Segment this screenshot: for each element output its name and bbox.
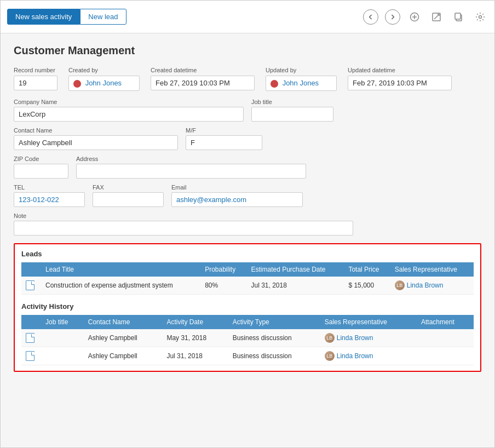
zip-address-row: ZIP Code Address xyxy=(14,156,481,179)
activity-row2-contact-name: Ashley Campbell xyxy=(84,347,163,365)
zip-label: ZIP Code xyxy=(14,156,68,162)
updated-by-label: Updated by xyxy=(266,67,337,73)
note-input[interactable] xyxy=(14,221,353,236)
email-input[interactable] xyxy=(171,192,303,207)
activity-row2-type: Business discussion xyxy=(228,347,320,365)
prev-button[interactable] xyxy=(363,9,378,25)
record-number-field: Record number 19 xyxy=(14,67,57,91)
activity-table-body: Ashley Campbell May 31, 2018 Business di… xyxy=(21,329,474,365)
updated-by-avatar xyxy=(270,80,278,88)
zip-input[interactable] xyxy=(14,164,68,179)
new-lead-button[interactable]: New lead xyxy=(80,9,126,25)
company-name-input[interactable] xyxy=(14,107,244,122)
add-button[interactable] xyxy=(407,9,422,25)
address-input[interactable] xyxy=(76,164,306,179)
fax-group: FAX xyxy=(93,184,164,207)
edit-button[interactable] xyxy=(429,9,444,25)
created-by-value[interactable]: John Jones xyxy=(68,76,140,91)
activity-row1-sales-rep-link[interactable]: LB Linda Brown xyxy=(325,333,412,343)
mf-input[interactable] xyxy=(186,135,262,150)
app-window: New sales activity New lead xyxy=(0,0,495,448)
leads-table: Lead Title Probability Estimated Purchas… xyxy=(21,262,474,295)
meta-row: Record number 19 Created by John Jones C… xyxy=(14,67,481,91)
svg-point-7 xyxy=(479,15,482,18)
company-jobtitle-row: Company Name Job title xyxy=(14,99,481,122)
job-title-group: Job title xyxy=(251,99,333,122)
activity-col-icon xyxy=(21,315,41,329)
activity-row2-avatar: LB xyxy=(325,351,335,361)
mf-label: M/F xyxy=(186,127,262,134)
updated-datetime-value: Feb 27, 2019 10:03 PM xyxy=(348,76,452,90)
created-by-name[interactable]: John Jones xyxy=(85,79,122,87)
activity-col-activity-type: Activity Type xyxy=(228,315,320,329)
activity-row1-rep-name[interactable]: Linda Brown xyxy=(337,334,373,342)
leads-row-title: Construction of expense adjustment syste… xyxy=(41,277,200,295)
toolbar-actions: New sales activity New lead xyxy=(7,9,126,25)
tel-input[interactable] xyxy=(14,192,85,207)
toolbar: New sales activity New lead xyxy=(1,1,494,33)
contact-name-group: Contact Name xyxy=(14,127,178,150)
updated-by-field: Updated by John Jones xyxy=(266,67,337,91)
document-icon xyxy=(26,351,34,361)
created-by-avatar xyxy=(73,80,81,88)
activity-col-sales-rep: Sales Representative xyxy=(320,315,417,329)
leads-col-sales-rep: Sales Representative xyxy=(390,262,474,277)
leads-table-body: Construction of expense adjustment syste… xyxy=(21,277,474,295)
note-label: Note xyxy=(14,212,353,219)
document-icon xyxy=(26,333,34,343)
page-title: Customer Management xyxy=(14,44,481,57)
contact-name-input[interactable] xyxy=(14,135,178,150)
leads-table-row: Construction of expense adjustment syste… xyxy=(21,277,474,295)
fax-input[interactable] xyxy=(93,192,164,207)
copy-button[interactable] xyxy=(451,9,466,25)
activity-row2-sales-rep-link[interactable]: LB Linda Brown xyxy=(325,351,412,361)
job-title-label: Job title xyxy=(251,99,333,105)
main-content: Customer Management Record number 19 Cre… xyxy=(1,33,494,383)
activity-row2-date: Jul 31, 2018 xyxy=(162,347,228,365)
leads-row-total-price: $ 15,000 xyxy=(344,277,390,295)
leads-sales-rep-link[interactable]: LB Linda Brown xyxy=(395,280,469,290)
updated-by-value[interactable]: John Jones xyxy=(266,76,337,91)
activity-row2-sales-rep: LB Linda Brown xyxy=(320,347,417,365)
settings-button[interactable] xyxy=(473,9,488,25)
activity-row1-sales-rep: LB Linda Brown xyxy=(320,329,417,347)
activity-col-job-title: Job title xyxy=(41,315,84,329)
address-group: Address xyxy=(76,156,306,179)
activity-col-attachment: Attachment xyxy=(417,315,474,329)
created-datetime-value: Feb 27, 2019 10:03 PM xyxy=(151,76,255,90)
activity-table: Job title Contact Name Activity Date Act… xyxy=(21,315,474,365)
activity-row2-rep-name[interactable]: Linda Brown xyxy=(337,352,373,360)
mf-group: M/F xyxy=(186,127,262,150)
tel-label: TEL xyxy=(14,184,85,191)
updated-datetime-field: Updated datetime Feb 27, 2019 10:03 PM xyxy=(348,67,452,91)
leads-activity-section: Leads Lead Title Probability Estimated P… xyxy=(14,243,481,372)
activity-table-row: Ashley Campbell Jul 31, 2018 Business di… xyxy=(21,347,474,365)
leads-col-purchase-date: Estimated Purchase Date xyxy=(246,262,344,277)
record-number-label: Record number xyxy=(14,67,57,73)
next-button[interactable] xyxy=(385,9,400,25)
leads-section-title: Leads xyxy=(21,250,474,258)
activity-row1-avatar: LB xyxy=(325,333,335,343)
leads-col-total-price: Total Price xyxy=(344,262,390,277)
created-by-label: Created by xyxy=(68,67,140,73)
contact-info-row: TEL FAX Email xyxy=(14,184,481,207)
job-title-input[interactable] xyxy=(251,107,333,122)
created-by-field: Created by John Jones xyxy=(68,67,140,91)
leads-sales-rep-name[interactable]: Linda Brown xyxy=(407,282,444,289)
new-sales-activity-button[interactable]: New sales activity xyxy=(7,9,80,25)
activity-row2-attachment xyxy=(417,347,474,365)
leads-col-icon xyxy=(21,262,41,277)
svg-line-4 xyxy=(434,15,439,19)
leads-col-title: Lead Title xyxy=(41,262,200,277)
activity-row1-job-title xyxy=(41,329,84,347)
activity-col-contact-name: Contact Name xyxy=(84,315,163,329)
created-datetime-label: Created datetime xyxy=(151,67,255,73)
leads-table-header: Lead Title Probability Estimated Purchas… xyxy=(21,262,474,277)
updated-by-name[interactable]: John Jones xyxy=(283,79,319,87)
note-group: Note xyxy=(14,212,353,236)
note-row: Note xyxy=(14,212,481,236)
activity-row1-attachment xyxy=(417,329,474,347)
svg-rect-6 xyxy=(455,13,461,19)
leads-row-sales-rep: LB Linda Brown xyxy=(390,277,474,295)
activity-row1-type: Business discussion xyxy=(228,329,320,347)
